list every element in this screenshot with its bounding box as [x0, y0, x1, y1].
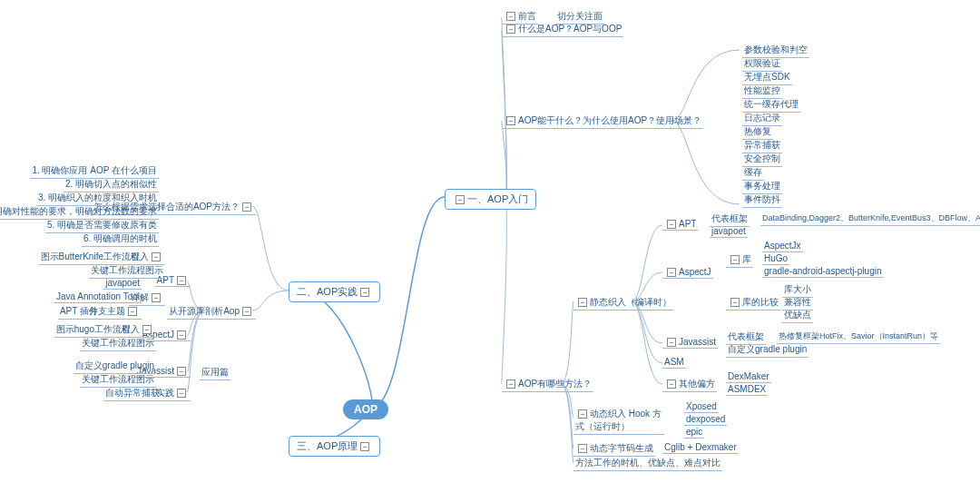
branch-1-label: 一、AOP入门: [467, 193, 528, 204]
toggle-icon[interactable]: −: [667, 380, 676, 389]
toggle-icon[interactable]: −: [142, 325, 152, 334]
node-label: Xposed: [686, 401, 717, 411]
b1-n4b-a[interactable]: Xposed: [684, 400, 719, 413]
b1-n2b[interactable]: AOP与OOP: [572, 22, 623, 37]
b1-n4a-aspectj[interactable]: −AspectJ: [662, 266, 713, 279]
node-label: 切分关注面: [557, 11, 603, 21]
toggle-icon[interactable]: −: [730, 255, 740, 264]
branch-3[interactable]: 三、AOP原理−: [289, 436, 380, 457]
toggle-icon[interactable]: −: [578, 298, 587, 307]
toggle-icon[interactable]: −: [506, 12, 515, 21]
b1-n4a-asm[interactable]: ASM: [662, 356, 686, 369]
b1-n4a-other-b[interactable]: ASMDEX: [726, 383, 768, 396]
node-label: 日志记录: [744, 113, 780, 123]
node-label: DataBinding,Dagger2、ButterKnife,EventBus…: [762, 213, 980, 222]
b1-n4a-aspectj-ku-b[interactable]: HuGo: [762, 252, 789, 265]
toggle-icon[interactable]: −: [177, 367, 186, 376]
b1-n4a-aspectj-ku-a[interactable]: AspectJx: [762, 240, 803, 252]
b2-n1-i6[interactable]: 6. 明确调用的时机: [82, 232, 159, 247]
toggle-icon[interactable]: −: [506, 380, 515, 389]
node-label: 其他偏方: [679, 379, 715, 389]
b1-n4a-javassist[interactable]: −Javassist: [662, 336, 718, 349]
b2-n2-apt-e[interactable]: APT 插件: [58, 304, 100, 320]
b1-n4a-apt-a-v[interactable]: DataBinding,Dagger2、ButterKnife,EventBus…: [760, 212, 980, 226]
node-label: 图示ButterKnife工作流程: [41, 251, 140, 261]
toggle-icon[interactable]: −: [242, 307, 251, 316]
node-label: HuGo: [764, 253, 788, 263]
b1-n4d[interactable]: 方法工作的时机、优缺点、难点对比: [573, 456, 722, 471]
toggle-icon[interactable]: −: [360, 288, 369, 297]
toggle-icon[interactable]: −: [667, 220, 676, 229]
node-label: javapoet: [711, 226, 746, 236]
toggle-icon[interactable]: −: [152, 252, 161, 261]
node-label: 自动异常捕获: [105, 388, 160, 398]
b2-n2-apt-c[interactable]: javapoet: [103, 277, 142, 290]
node-label: Java Annotation Tool: [56, 291, 140, 301]
b1-n2[interactable]: −什么是AOP？: [502, 22, 575, 37]
node-label: APT 插件: [60, 306, 98, 316]
node-label: DexMaker: [728, 371, 769, 381]
b1-n4b-c[interactable]: epic: [684, 426, 704, 439]
b1-n4c-a[interactable]: Cglib + Dexmaker: [662, 441, 739, 454]
toggle-icon[interactable]: −: [667, 268, 676, 277]
b1-n4a[interactable]: −静态织入（编译时）: [573, 295, 673, 310]
toggle-icon[interactable]: −: [456, 195, 465, 204]
branch-1[interactable]: −一、AOP入门: [445, 189, 536, 210]
toggle-icon[interactable]: −: [506, 116, 515, 125]
branch-2-label: 二、AOP实践: [297, 286, 358, 297]
toggle-icon[interactable]: −: [152, 293, 161, 302]
toggle-icon[interactable]: −: [730, 298, 740, 307]
node-label: 事件防抖: [744, 194, 780, 204]
b1-n4a-javassist-b[interactable]: 自定义gradle plugin: [726, 342, 808, 358]
b1-n4c[interactable]: −动态字节码生成: [573, 441, 655, 457]
node-label: 动态字节码生成: [590, 443, 653, 453]
node-label: 自定义gradle plugin: [75, 360, 154, 370]
toggle-icon[interactable]: −: [667, 338, 676, 347]
node-label: javapoet: [105, 278, 140, 288]
b1-n3-i12[interactable]: 事件防抖: [742, 192, 782, 208]
root-node[interactable]: AOP: [343, 399, 388, 419]
node-label: 权限验证: [744, 58, 780, 68]
toggle-icon[interactable]: −: [177, 389, 186, 398]
b1-n4b[interactable]: −动态织入 Hook 方式（运行时）: [573, 407, 664, 435]
b1-n4[interactable]: −AOP有哪些方法？: [502, 377, 593, 392]
node-label: 缓存: [744, 167, 762, 177]
b1-n3[interactable]: −AOP能干什么？为什么使用AOP？使用场景？: [502, 113, 703, 129]
node-label: 统一缓存代理: [744, 99, 799, 109]
node-label: APT: [679, 219, 696, 229]
root-label: AOP: [354, 403, 377, 416]
toggle-icon[interactable]: −: [506, 25, 515, 34]
b1-n4a-aspectj-ku-c[interactable]: gradle-android-aspectj-plugin: [762, 265, 884, 278]
b2-n2[interactable]: 从开源库剖析Aop−: [167, 304, 256, 320]
node-label: 前言: [518, 11, 536, 21]
branch-2[interactable]: 二、AOP实践−: [289, 281, 380, 302]
toggle-icon[interactable]: −: [578, 409, 587, 419]
node-label: 1. 明确你应用 AOP 在什么项目: [32, 165, 157, 175]
node-label: 关键工作流程图示: [91, 265, 163, 275]
b1-n4a-other-a[interactable]: DexMaker: [726, 370, 771, 383]
b1-n4a-aspectj-ku[interactable]: −库: [726, 252, 753, 268]
b1-n4a-other[interactable]: −其他偏方: [662, 377, 717, 392]
b2-n2-jv-t[interactable]: 应用篇: [200, 365, 230, 380]
b2-n2-sj[interactable]: 自动异常捕获: [103, 386, 162, 401]
b1-n4a-apt[interactable]: −APT: [662, 218, 698, 231]
b2-n2-aj-b[interactable]: 关键工作流程图示: [80, 336, 156, 351]
b1-n4a-apt-b[interactable]: javapoet: [710, 225, 748, 238]
node-label: 2. 明确切入点的相似性: [65, 179, 157, 189]
b1-n4a-aspectj-cmp-c[interactable]: 优缺点: [782, 308, 813, 323]
b1-n4b-b[interactable]: dexposed: [684, 413, 727, 426]
node-label: 代表框架: [728, 331, 764, 341]
b2-n2-apt-d[interactable]: Java Annotation Tool: [54, 291, 142, 303]
node-label: 异常捕获: [744, 140, 780, 150]
toggle-icon[interactable]: −: [242, 202, 251, 212]
toggle-icon[interactable]: −: [177, 330, 186, 340]
toggle-icon[interactable]: −: [578, 444, 587, 453]
node-label: gradle-android-aspectj-plugin: [764, 266, 882, 276]
toggle-icon[interactable]: −: [177, 276, 186, 285]
node-label: ASM: [664, 357, 684, 367]
b1-n4a-aspectj-cmp[interactable]: −库的比较: [726, 295, 780, 310]
toggle-icon[interactable]: −: [128, 307, 137, 316]
node-label: 兼容性: [784, 297, 811, 307]
toggle-icon[interactable]: −: [360, 442, 369, 451]
node-label: ASMDEX: [728, 384, 766, 394]
